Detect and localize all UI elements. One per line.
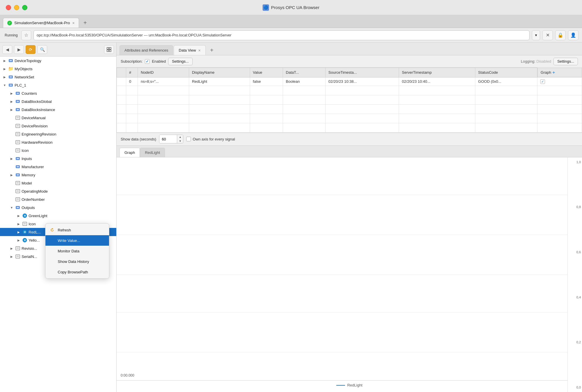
back-button[interactable]: ◀ (2, 45, 12, 54)
svg-rect-7 (10, 76, 12, 78)
forward-button[interactable]: ▶ (14, 45, 24, 54)
own-axis-label: Own axis for every signal (193, 137, 235, 141)
tab-data-view[interactable]: Data View × (174, 45, 205, 55)
svg-rect-50 (23, 222, 27, 226)
sidebar-item-memory[interactable]: ▶ Memory (0, 171, 116, 179)
sidebar-item-my-objects[interactable]: ▶ 📁 MyObjects (0, 65, 116, 73)
tab-attributes-references[interactable]: Attributes and References (119, 45, 173, 55)
own-axis-checkbox[interactable] (186, 137, 191, 141)
spinner-buttons: ▲ ▼ (177, 135, 183, 143)
grid-button[interactable] (104, 45, 114, 54)
sidebar-item-counters[interactable]: ▶ Counters (0, 89, 116, 97)
sidebar-item-model[interactable]: Model (0, 179, 116, 187)
row-nodeid: ns=8;s="... (138, 77, 189, 86)
subscription-enabled-checkbox[interactable]: ✓ (145, 59, 150, 64)
lock-button[interactable]: 🔒 (555, 30, 566, 40)
svg-rect-19 (16, 124, 20, 128)
favorite-button[interactable]: ☆ (21, 30, 31, 40)
show-data-input[interactable] (159, 135, 177, 143)
add-content-tab-button[interactable]: + (208, 46, 216, 55)
sidebar-label-my-objects: MyObjects (15, 67, 32, 71)
row-drag-handle (117, 77, 126, 86)
sidebar-item-hardware-revision[interactable]: HardwareRevision (0, 138, 116, 146)
tab-close-data-view[interactable]: × (198, 48, 201, 53)
sidebar-item-operating-mode[interactable]: OperatingMode (0, 187, 116, 195)
sidebar-item-greenlight[interactable]: ▶ ✕ GreenLight (0, 212, 116, 220)
sidebar-item-icon[interactable]: Icon (0, 146, 116, 154)
svg-rect-16 (16, 116, 20, 119)
row-datatype: Boolean (283, 77, 325, 86)
svg-rect-22 (16, 132, 20, 136)
logging-status: Disabled (537, 59, 551, 64)
sidebar-label-datablocksGlobal: DataBlocksGlobal (22, 99, 52, 104)
graph-time-label: 0:00.000 (121, 373, 134, 377)
sidebar-item-plc1[interactable]: ▼ PLC_1 (0, 81, 116, 89)
sidebar-item-engineering-revision[interactable]: EngineeringRevision (0, 130, 116, 138)
spinner-down-button[interactable]: ▼ (177, 139, 183, 143)
disconnect-button[interactable]: ✕ (542, 30, 553, 40)
sidebar-toolbar: ◀ ▶ ⟳ 🔍 (0, 43, 116, 57)
svg-rect-32 (17, 158, 19, 159)
sidebar-label-device-revision: DeviceRevision (22, 124, 48, 128)
graph-tab-redlight[interactable]: RedLight (140, 148, 165, 157)
data-table: # NodeID DisplayName Value DataT... Sour… (117, 68, 582, 133)
tab-close-button[interactable]: × (72, 21, 75, 25)
context-refresh[interactable]: Refresh (45, 225, 109, 235)
context-copy-browse-path[interactable]: Copy BrowsePath (45, 267, 109, 277)
row-displayname: RedLight (189, 77, 250, 86)
svg-rect-0 (107, 48, 109, 49)
add-graph-button[interactable]: + (552, 70, 555, 75)
row-graph-checkbox[interactable]: ✓ (537, 77, 582, 86)
data-table-container: # NodeID DisplayName Value DataT... Sour… (117, 68, 582, 133)
show-data-input-wrap: ▲ ▼ (159, 135, 183, 143)
minimize-button[interactable] (14, 5, 19, 10)
search-button[interactable]: 🔍 (37, 45, 47, 54)
refresh-icon (50, 227, 55, 233)
close-button[interactable] (6, 5, 11, 10)
address-input[interactable] (34, 30, 530, 40)
sidebar-item-datablocksInstance[interactable]: ▶ DataBlocksInstance (0, 106, 116, 114)
sidebar-item-device-topology[interactable]: ▶ DeviceTopology (0, 57, 116, 65)
y-axis: 1,0 0,8 0,6 0,4 0,2 0,0 (567, 157, 582, 392)
graph-section: Graph RedLight 1,0 0,8 0,6 0,4 0,2 0,0 (117, 146, 582, 392)
sidebar-item-device-manual[interactable]: DeviceManual (0, 114, 116, 122)
subscription-settings-button[interactable]: Settings... (168, 58, 193, 65)
context-write-value[interactable]: Write Value... (45, 235, 109, 246)
sidebar-item-outputs[interactable]: ▼ Outputs (0, 203, 116, 212)
col-header-nodeid: NodeID (138, 68, 189, 78)
sidebar-item-device-revision[interactable]: DeviceRevision (0, 122, 116, 130)
svg-rect-5 (10, 60, 12, 61)
logging-label: Logging: Disabled (521, 59, 551, 64)
svg-rect-3 (109, 50, 111, 52)
sidebar-item-network-set[interactable]: ▶ NetworkSet (0, 73, 116, 81)
col-header-num: # (126, 68, 138, 78)
col-header-server-ts: ServerTimestamp (399, 68, 475, 78)
sidebar-label-device-manual: DeviceManual (22, 116, 45, 120)
sidebar-item-order-number[interactable]: OrderNumber (0, 195, 116, 203)
context-show-data-history[interactable]: Show Data History (45, 256, 109, 267)
context-monitor-data[interactable]: Monitor Data (45, 246, 109, 256)
sidebar-label-engineering-revision: EngineeringRevision (22, 132, 56, 136)
write-icon (50, 238, 55, 243)
browser-tab[interactable]: ✓ SimulationServer@MacBook-Pro × (3, 18, 79, 28)
spinner-up-button[interactable]: ▲ (177, 135, 183, 139)
graph-tab-graph[interactable]: Graph (119, 148, 140, 157)
maximize-button[interactable] (22, 5, 27, 10)
sidebar-item-manufacturer[interactable]: Manufacturer (0, 163, 116, 171)
sidebar-item-inputs[interactable]: ▶ Inputs (0, 154, 116, 163)
svg-rect-2 (107, 50, 109, 52)
status-running: Running (3, 30, 19, 40)
sidebar-item-datablocksGlobal[interactable]: ▶ DataBlocksGlobal (0, 97, 116, 106)
user-button[interactable]: 👤 (568, 30, 579, 40)
logging-settings-button[interactable]: Settings... (553, 58, 578, 65)
dropdown-button[interactable]: ▾ (532, 30, 540, 40)
new-tab-button[interactable]: + (81, 18, 89, 27)
row-source-ts: 02/20/23 10:38... (325, 77, 399, 86)
enabled-label: Enabled (152, 59, 166, 64)
sidebar-label-icon: Icon (22, 148, 29, 153)
svg-text:✕: ✕ (24, 239, 26, 242)
context-menu: Refresh Write Value... Monitor Data Show… (45, 223, 109, 279)
svg-rect-60 (16, 255, 20, 258)
sidebar-label-manufacturer: Manufacturer (22, 165, 44, 169)
home-button[interactable]: ⟳ (26, 45, 36, 54)
